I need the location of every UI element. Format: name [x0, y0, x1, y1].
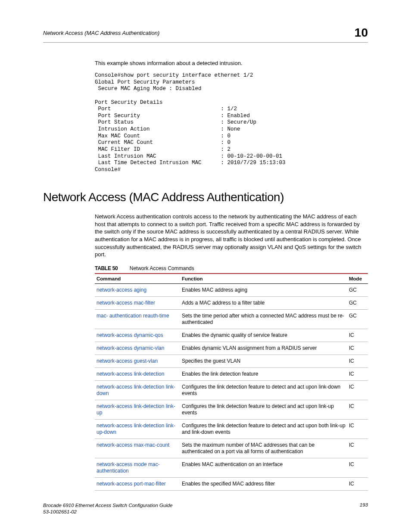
table-row: network-access mac-filterAdds a MAC addr… [95, 296, 368, 309]
command-link[interactable]: network-access port-mac-filter [97, 481, 166, 487]
command-link[interactable]: network-access link-detection link-down [97, 384, 175, 396]
table-row: network-access dynamic-qosEnables the dy… [95, 329, 368, 342]
command-link[interactable]: network-access dynamic-vlan [97, 345, 164, 351]
command-link[interactable]: network-access dynamic-qos [97, 332, 163, 338]
mode-cell: IC [347, 329, 368, 342]
function-cell: Enables the specified MAC address filter [180, 477, 347, 490]
command-link[interactable]: network-access guest-vlan [97, 358, 158, 364]
mode-cell: GC [347, 309, 368, 329]
th-mode: Mode [347, 274, 368, 284]
mode-cell: IC [347, 380, 368, 400]
command-link[interactable]: network-access link-detection link-up-do… [97, 423, 175, 435]
section-heading: Network Access (MAC Address Authenticati… [43, 190, 368, 204]
mode-cell: GC [347, 283, 368, 296]
section-body: Network Access authentication controls a… [95, 213, 368, 258]
footer-doc-title: Brocade 6910 Ethernet Access Switch Conf… [43, 502, 173, 508]
function-cell: Configures the link detection feature to… [180, 400, 347, 419]
command-link[interactable]: mac- authentication reauth-time [97, 313, 169, 319]
function-cell: Specifies the guest VLAN [180, 355, 347, 367]
function-cell: Configures the link detection feature to… [180, 380, 347, 400]
function-cell: Enables MAC address aging [180, 283, 347, 296]
command-link[interactable]: network-access mode mac-authentication [97, 461, 160, 474]
th-command: Command [95, 274, 180, 284]
mode-cell: IC [347, 367, 368, 380]
footer-page-number: 193 [360, 502, 368, 515]
table-caption-text: Network Access Commands [130, 265, 194, 271]
table-row: network-access agingEnables MAC address … [95, 283, 368, 296]
table-caption: TABLE 50 Network Access Commands [95, 265, 368, 271]
command-link[interactable]: network-access link-detection link-up [97, 403, 175, 416]
function-cell: Enables the dynamic quality of service f… [180, 329, 347, 342]
table-row: network-access link-detectionEnables the… [95, 367, 368, 380]
function-cell: Enables MAC authentication on an interfa… [180, 458, 347, 477]
table-row: network-access dynamic-vlanEnables dynam… [95, 342, 368, 355]
table-row: network-access link-detection link-downC… [95, 380, 368, 400]
console-output: Console#show port security interface eth… [95, 72, 368, 173]
function-cell: Enables dynamic VLAN assignment from a R… [180, 342, 347, 355]
mode-cell: IC [347, 400, 368, 419]
table-row: network-access link-detection link-upCon… [95, 400, 368, 419]
mode-cell: IC [347, 342, 368, 355]
page-header: Network Access (MAC Address Authenticati… [43, 26, 368, 43]
mode-cell: IC [347, 355, 368, 367]
table-row: network-access guest-vlanSpecifies the g… [95, 355, 368, 367]
footer-doc-number: 53-1002651-02 [43, 509, 173, 515]
command-link[interactable]: network-access link-detection [97, 371, 164, 377]
table-row: mac- authentication reauth-timeSets the … [95, 309, 368, 329]
command-link[interactable]: network-access max-mac-count [97, 442, 169, 448]
mode-cell: IC [347, 419, 368, 439]
function-cell: Enables the link detection feature [180, 367, 347, 380]
th-function: Function [180, 274, 347, 284]
commands-table: Command Function Mode network-access agi… [95, 273, 368, 491]
chapter-number: 10 [355, 26, 368, 40]
mode-cell: IC [347, 477, 368, 490]
function-cell: Configures the link detection feature to… [180, 419, 347, 439]
table-row: network-access mode mac-authenticationEn… [95, 458, 368, 477]
table-row: network-access link-detection link-up-do… [95, 419, 368, 439]
mode-cell: IC [347, 439, 368, 458]
function-cell: Sets the time period after which a conne… [180, 309, 347, 329]
example-intro: This example shows information about a d… [95, 60, 368, 66]
mode-cell: IC [347, 458, 368, 477]
page-footer: Brocade 6910 Ethernet Access Switch Conf… [43, 502, 368, 515]
mode-cell: GC [347, 296, 368, 309]
table-row: network-access port-mac-filterEnables th… [95, 477, 368, 490]
command-link[interactable]: network-access aging [97, 287, 146, 293]
table-label: TABLE 50 [95, 265, 118, 271]
table-row: network-access max-mac-countSets the max… [95, 439, 368, 458]
function-cell: Adds a MAC address to a filter table [180, 296, 347, 309]
function-cell: Sets the maximum number of MAC addresses… [180, 439, 347, 458]
running-head: Network Access (MAC Address Authenticati… [43, 30, 159, 36]
command-link[interactable]: network-access mac-filter [97, 300, 155, 306]
